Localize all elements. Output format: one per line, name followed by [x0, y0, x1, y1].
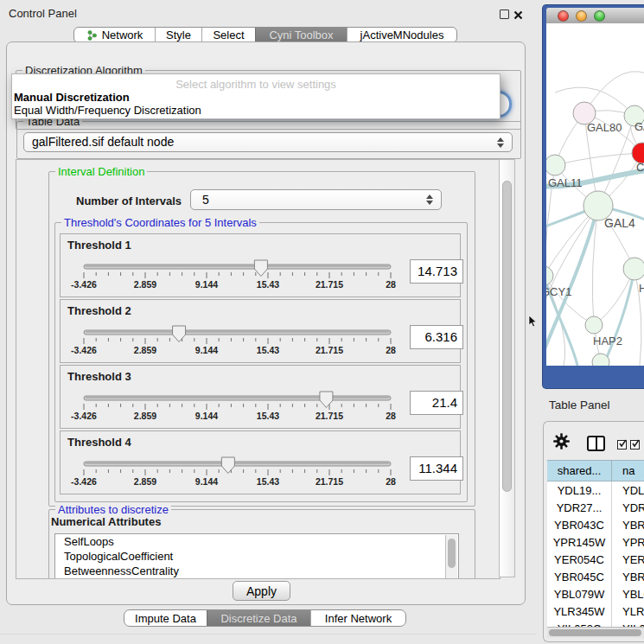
svg-text:15.43: 15.43: [257, 476, 279, 487]
column-header[interactable]: na: [612, 460, 644, 481]
svg-text:28: 28: [386, 345, 396, 355]
tab-infer-network[interactable]: Infer Network: [310, 610, 405, 626]
network-canvas[interactable]: GAL80GACGAL11GAL4GCY1HHAP2: [546, 23, 644, 366]
threshold-slider[interactable]: -3.4262.8599.14415.4321.71528: [78, 391, 424, 422]
algorithm-dropdown-popup: Select algorithm to view settings Manual…: [11, 73, 501, 119]
network-node[interactable]: [623, 258, 644, 280]
tab-label: Network: [102, 29, 143, 41]
table-cell: YBR0: [612, 516, 644, 533]
threshold-panel-1: Threshold 1-3.4262.8599.14415.4321.71528…: [60, 233, 461, 297]
svg-text:2.859: 2.859: [134, 279, 156, 290]
svg-text:28: 28: [386, 411, 396, 421]
columns-icon[interactable]: [587, 436, 605, 451]
select-columns-icons[interactable]: [617, 440, 640, 450]
float-icon[interactable]: [500, 10, 509, 19]
scrollbar-thumb[interactable]: [502, 181, 512, 492]
table-row[interactable]: YIL052CYIL0: [547, 620, 644, 627]
tab-style[interactable]: Style: [155, 28, 201, 42]
slider-thumb: [221, 457, 234, 474]
combo-stepper-icon: [497, 137, 504, 148]
threshold-slider[interactable]: -3.4262.8599.14415.4321.71528: [78, 456, 424, 488]
table-row[interactable]: YDL19...YDL1: [547, 481, 644, 499]
tab-cyni-toolbox[interactable]: Cyni Toolbox: [255, 28, 347, 42]
svg-text:-3.426: -3.426: [71, 476, 97, 487]
minimize-button[interactable]: [576, 10, 587, 22]
mouse-cursor: [528, 316, 539, 333]
threshold-value-field[interactable]: 11.344: [410, 456, 463, 481]
network-node[interactable]: [546, 266, 553, 285]
tab-discretize-data[interactable]: Discretize Data: [207, 610, 310, 626]
node-label: GA: [634, 120, 644, 133]
network-view-window: GAL80GACGAL11GAL4GCY1HHAP2: [542, 4, 644, 389]
hscrollbar-thumb[interactable]: [549, 629, 641, 636]
svg-text:2.859: 2.859: [134, 345, 156, 355]
popup-option-manual-discretization[interactable]: Manual Discretization: [14, 91, 500, 104]
number-of-intervals-label: Number of Intervals: [76, 194, 182, 207]
tab-select[interactable]: Select: [201, 28, 255, 42]
threshold-slider[interactable]: -3.4262.8599.14415.4321.71528: [78, 259, 424, 290]
table-row[interactable]: YBL079WYBL0: [547, 585, 644, 603]
table-row[interactable]: YPR145WYPR1: [547, 533, 644, 551]
table-cell: YBR045C: [547, 568, 612, 585]
threshold-value-field[interactable]: 14.713: [410, 259, 463, 284]
popup-option-equal-width-frequency-discretization[interactable]: Equal Width/Frequency Discretization: [14, 104, 500, 117]
tab-network[interactable]: Network: [74, 28, 155, 42]
table-cell: YER0: [612, 551, 644, 568]
column-header[interactable]: shared...: [547, 460, 612, 481]
attribute-item-topologicalcoefficient[interactable]: TopologicalCoefficient: [55, 549, 458, 564]
node-label: GCY1: [546, 285, 571, 298]
tab-jactivemnodules[interactable]: jActiveMNodules: [347, 28, 456, 42]
threshold-panel-3: Threshold 3-3.4262.8599.14415.4321.71528…: [60, 365, 461, 429]
table-row[interactable]: YBR043CYBR0: [547, 516, 644, 533]
table-cell: YBR0: [612, 568, 644, 585]
tab-impute-data[interactable]: Impute Data: [124, 610, 207, 626]
table-cell: YER054C: [547, 551, 612, 568]
network-window-titlebar[interactable]: [546, 8, 644, 24]
threshold-label: Threshold 1: [67, 239, 131, 252]
number-of-intervals-spinner[interactable]: 5: [190, 189, 442, 210]
thresholds-group: Threshold's Coordinates for 5 Intervals …: [54, 222, 468, 502]
list-scrollbar[interactable]: [445, 535, 457, 579]
network-node[interactable]: [546, 155, 565, 175]
svg-text:15.43: 15.43: [257, 279, 279, 290]
table-row[interactable]: YDR27...YDR2: [547, 499, 644, 516]
attribute-item-betweennesscentrality[interactable]: BetweennessCentrality: [55, 564, 458, 578]
table-cell: YPR145W: [547, 533, 612, 551]
table-hscrollbar[interactable]: [547, 627, 644, 638]
threshold-value-field[interactable]: 21.4: [410, 391, 463, 415]
table-row[interactable]: YBR045CYBR0: [547, 568, 644, 585]
svg-text:9.144: 9.144: [195, 345, 218, 355]
svg-text:2.859: 2.859: [134, 411, 156, 421]
table-data-combobox[interactable]: galFiltered.sif default node: [23, 132, 513, 152]
apply-button[interactable]: Apply: [233, 581, 290, 601]
svg-text:-3.426: -3.426: [71, 345, 97, 355]
table-row[interactable]: YER054CYER0: [547, 551, 644, 568]
group-title: Attributes to discretize: [55, 503, 171, 516]
tab-label: Cyni Toolbox: [269, 29, 333, 41]
svg-text:21.715: 21.715: [316, 345, 343, 355]
svg-text:9.144: 9.144: [195, 279, 218, 290]
table-cell: YDL19...: [547, 481, 612, 499]
node-table[interactable]: shared...na YDL19...YDL1YDR27...YDR2YBR0…: [547, 460, 644, 627]
group-title: Threshold's Coordinates for 5 Intervals: [61, 216, 259, 229]
threshold-value-field[interactable]: 6.316: [410, 325, 463, 349]
network-node[interactable]: [585, 316, 603, 334]
svg-text:28: 28: [386, 279, 396, 290]
zoom-button[interactable]: [594, 10, 605, 22]
table-row[interactable]: YLR345WYLR3: [547, 603, 644, 620]
threshold-panel-2: Threshold 2-3.4262.8599.14415.4321.71528…: [60, 299, 461, 363]
numerical-attributes-list[interactable]: SelfLoopsTopologicalCoefficientBetweenne…: [54, 533, 459, 579]
tab-label: Infer Network: [325, 612, 392, 625]
svg-text:28: 28: [386, 476, 396, 487]
node-label: GAL11: [548, 176, 583, 189]
attribute-item-selfloops[interactable]: SelfLoops: [55, 534, 458, 549]
gear-icon[interactable]: [553, 433, 570, 453]
table-cell: YIL052C: [547, 620, 612, 627]
table-cell: YBR043C: [547, 516, 612, 533]
threshold-slider[interactable]: -3.4262.8599.14415.4321.71528: [78, 325, 424, 356]
close-icon[interactable]: [513, 8, 523, 23]
table-cell: YPR1: [612, 533, 644, 551]
node-label: H: [639, 282, 644, 295]
close-button[interactable]: [558, 10, 569, 22]
settings-scrollbar[interactable]: [499, 159, 515, 577]
